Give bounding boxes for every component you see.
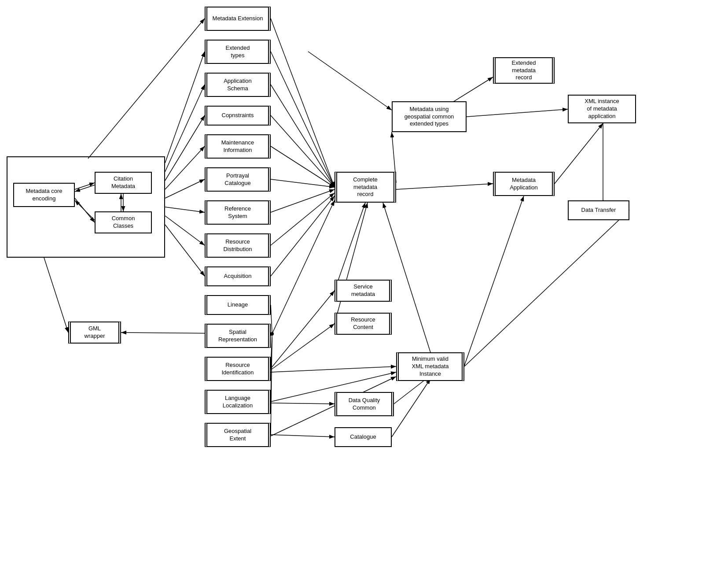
- metadata-application-node: MetadataApplication: [493, 172, 555, 196]
- extended-metadata-record-node: Extendedmetadatarecord: [493, 57, 555, 84]
- svg-line-55: [464, 210, 629, 366]
- metadata-using-node: Metadata usinggeospatial commonextended …: [392, 101, 467, 132]
- svg-line-16: [271, 339, 272, 435]
- extended-types-node: Extendedtypes: [205, 40, 271, 64]
- svg-line-27: [335, 203, 365, 291]
- svg-line-46: [165, 52, 205, 163]
- svg-line-48: [165, 115, 205, 181]
- svg-line-38: [392, 379, 430, 437]
- svg-line-14: [271, 336, 272, 369]
- svg-line-50: [165, 179, 205, 198]
- svg-line-15: [271, 337, 272, 402]
- spatial-representation-node: SpatialRepresentation: [205, 324, 271, 348]
- svg-line-45: [88, 18, 205, 159]
- svg-line-22: [308, 52, 392, 110]
- resource-distribution-node: ResourceDistribution: [205, 233, 271, 258]
- svg-line-31: [271, 366, 396, 372]
- svg-line-5: [271, 115, 335, 187]
- svg-line-33: [271, 403, 335, 404]
- svg-line-30: [271, 324, 335, 370]
- svg-line-8: [271, 189, 335, 212]
- svg-line-10: [271, 196, 335, 276]
- resource-content-node: ResourceContent: [335, 313, 392, 335]
- language-localization-node: LanguageLocalization: [205, 390, 271, 414]
- common-classes-node: CommonClasses: [95, 211, 152, 233]
- svg-line-12: [271, 305, 272, 333]
- data-quality-common-node: Data QualityCommon: [335, 392, 394, 416]
- svg-line-17: [272, 200, 335, 334]
- service-metadata-node: Servicemetadata: [335, 280, 392, 302]
- xml-instance-node: XML instanceof metadataapplication: [568, 95, 636, 123]
- svg-line-54: [44, 258, 68, 333]
- svg-line-53: [165, 225, 205, 276]
- svg-line-4: [271, 85, 335, 187]
- svg-line-28: [335, 203, 368, 324]
- diagram-container: Metadata Extension Extendedtypes Applica…: [0, 0, 728, 573]
- data-transfer-node: Data Transfer: [568, 200, 629, 220]
- svg-line-51: [165, 207, 205, 212]
- portrayal-catalogue-node: PortrayalCatalogue: [205, 167, 271, 192]
- svg-line-56: [464, 196, 524, 366]
- svg-line-34: [271, 435, 335, 437]
- application-schema-node: ApplicationSchema: [205, 73, 271, 97]
- svg-line-13: [271, 334, 272, 336]
- svg-line-49: [165, 146, 205, 189]
- svg-line-23: [396, 184, 493, 189]
- catalogue-node: Catalogue: [335, 427, 392, 447]
- svg-line-2: [271, 18, 335, 187]
- constraints-node: Copnstraints: [205, 106, 271, 126]
- metadata-extension-node: Metadata Extension: [205, 7, 271, 31]
- maintenance-info-node: MaintenanceInformation: [205, 134, 271, 159]
- gml-wrapper-node: GMLwrapper: [68, 322, 121, 344]
- svg-line-47: [165, 85, 205, 172]
- svg-line-7: [271, 179, 335, 187]
- geospatial-extent-node: GeospatialExtent: [205, 423, 271, 447]
- reference-system-node: ReferenceSystem: [205, 200, 271, 225]
- acquisition-node: Acquisition: [205, 266, 271, 286]
- svg-line-52: [165, 216, 205, 245]
- svg-point-11: [270, 332, 274, 336]
- metadata-core-node: Metadata coreencoding: [13, 183, 75, 207]
- resource-identification-node: ResourceIdentification: [205, 357, 271, 381]
- svg-line-9: [271, 193, 335, 245]
- citation-metadata-node: CitationMetadata: [95, 172, 152, 194]
- svg-line-6: [271, 146, 335, 187]
- svg-line-29: [271, 291, 335, 369]
- complete-metadata-node: Completemetadatarecord: [335, 172, 396, 203]
- svg-line-24: [555, 123, 603, 184]
- svg-line-21: [467, 109, 568, 117]
- svg-line-3: [271, 52, 335, 187]
- lineage-node: Lineage: [205, 295, 271, 315]
- minimum-valid-node: Minimum validXML metadataInstance: [396, 352, 464, 381]
